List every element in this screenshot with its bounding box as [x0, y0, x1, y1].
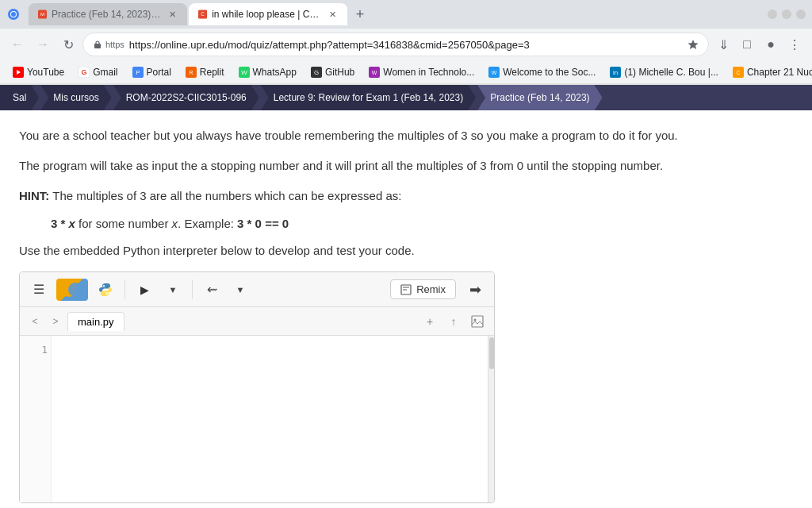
editor-scrollbar[interactable]	[488, 336, 494, 502]
hint-text-content: The multiples of 3 are all the numbers w…	[49, 189, 401, 202]
bookmarks-bar: YouTube G Gmail P Portal R Replit	[0, 60, 812, 84]
toolbar-separator-2	[192, 280, 193, 299]
course-nav-miscursos[interactable]: Mis cursos	[40, 85, 111, 110]
editor-tab-actions: + ↑	[419, 311, 488, 332]
reload-button[interactable]: ↻	[57, 33, 79, 56]
interpreter-toolbar: ☰ ▶	[20, 272, 494, 307]
svg-text:W: W	[492, 70, 497, 75]
python-icon-button[interactable]	[93, 277, 118, 302]
tab1-close-button[interactable]: ✕	[167, 8, 178, 21]
problem-paragraph1: You are a school teacher but you always …	[19, 126, 793, 145]
window-controls	[768, 10, 806, 19]
interpreter-menu-button[interactable]: ☰	[26, 277, 52, 302]
course-nav-rom[interactable]: ROM-2022S2-CIIC3015-096	[113, 85, 259, 110]
line-numbers: 1	[20, 336, 52, 502]
tab2-label: in while loop please | Chegg.co...	[212, 9, 323, 20]
course-nav-miscursos-label: Mis cursos	[53, 92, 98, 103]
python-icon	[98, 282, 113, 298]
chevron-right-icon: >	[52, 316, 58, 327]
star-icon[interactable]	[688, 39, 699, 50]
run-dropdown-button[interactable]: ▼	[160, 277, 186, 302]
add-file-button[interactable]: +	[419, 311, 440, 332]
editor-file-tab-mainpy[interactable]: main.py	[67, 312, 124, 331]
chapter-favicon-icon: C	[733, 67, 744, 78]
window-maximize-button[interactable]	[782, 10, 791, 19]
remix-label: Remix	[416, 283, 446, 295]
reload-icon: ↻	[63, 37, 74, 52]
toolbar-separator-1	[124, 280, 125, 299]
file-image-icon	[471, 315, 484, 328]
https-label: https	[105, 40, 124, 49]
bookmark-michelle[interactable]: in (1) Michelle C. Bou |...	[603, 65, 725, 79]
youtube-favicon-icon	[13, 67, 24, 78]
url-display: https://online.upr.edu/mod/quiz/attempt.…	[129, 39, 683, 51]
file-options-button[interactable]	[467, 311, 488, 332]
bookmark-replit[interactable]: R Replit	[179, 65, 231, 79]
address-bar-icons: https	[93, 40, 124, 49]
upload-file-button[interactable]: ↑	[443, 311, 464, 332]
extensions-button[interactable]: □	[736, 33, 758, 56]
problem-paragraph2: The program will take as input the a sto…	[19, 156, 793, 175]
bookmark-portal[interactable]: P Portal	[126, 65, 178, 79]
login-button[interactable]: ➡	[462, 277, 488, 302]
formula-for-some: for some number x. Example:	[75, 217, 237, 230]
bookmark-portal-label: Portal	[147, 67, 171, 78]
window-close-button[interactable]	[796, 10, 806, 19]
whatsapp-favicon-icon: W	[239, 67, 250, 78]
tab2-close-button[interactable]: ✕	[327, 8, 338, 21]
code-input[interactable]	[52, 336, 488, 502]
course-nav: Sal Mis cursos ROM-2022S2-CIIC3015-096 L…	[0, 85, 812, 110]
login-icon: ➡	[469, 281, 481, 298]
bookmark-welcome[interactable]: W Welcome to the Soc...	[482, 65, 602, 79]
back-button[interactable]: ←	[6, 33, 29, 56]
svg-rect-40	[472, 316, 483, 327]
share-icon: ⇜	[207, 282, 217, 297]
menu-icon: ⋮	[788, 37, 801, 52]
browser-tab-1[interactable]: M Practice (Feb 14, 2023) (página... ✕	[29, 3, 187, 25]
editor-next-button[interactable]: >	[47, 313, 64, 330]
upload-icon: ↑	[451, 315, 457, 328]
remix-button[interactable]: Remix	[390, 279, 456, 299]
bookmark-github[interactable]: G GitHub	[304, 65, 361, 79]
bookmark-chapter[interactable]: C Chapter 21 Nuclear ...	[726, 65, 812, 79]
gmail-favicon-icon: G	[79, 67, 90, 78]
download-icon: ⇓	[718, 37, 729, 52]
menu-button[interactable]: ⋮	[783, 33, 806, 56]
course-nav-rom-label: ROM-2022S2-CIIC3015-096	[126, 92, 247, 103]
address-bar[interactable]: https https://online.upr.edu/mod/quiz/at…	[82, 33, 709, 56]
nav-bar: ← → ↻ https https://online.upr.edu/mod/q…	[0, 29, 812, 60]
bookmark-women-tech[interactable]: W Women in Technolo...	[362, 65, 481, 79]
editor-prev-button[interactable]: <	[26, 313, 44, 330]
code-editor-area: 1	[20, 336, 494, 502]
download-button[interactable]: ⇓	[712, 33, 734, 56]
window-minimize-button[interactable]	[768, 10, 777, 19]
welcome-favicon-icon: W	[488, 67, 500, 78]
editor-tabs: < > main.py + ↑	[20, 307, 494, 336]
tab2-favicon-icon: C	[198, 9, 207, 20]
interpreter-brand-logo	[56, 279, 88, 301]
bookmark-gmail[interactable]: G Gmail	[72, 65, 124, 79]
content-area: You are a school teacher but you always …	[0, 110, 812, 508]
scroll-thumb	[489, 337, 494, 369]
profile-button[interactable]: ●	[760, 33, 782, 56]
browser-logo-icon	[7, 8, 20, 21]
share-dropdown-button[interactable]: ▼	[228, 277, 253, 302]
tab-bar: M Practice (Feb 14, 2023) (página... ✕ C…	[0, 0, 812, 29]
run-button[interactable]: ▶	[132, 277, 157, 302]
bookmark-whatsapp[interactable]: W WhatsApp	[232, 65, 303, 79]
bookmark-women-tech-label: Women in Technolo...	[383, 67, 474, 78]
toolbar-right: Remix ➡	[390, 277, 488, 302]
svg-point-34	[68, 283, 82, 297]
bookmark-youtube[interactable]: YouTube	[6, 65, 71, 79]
browser-tab-2[interactable]: C in while loop please | Chegg.co... ✕	[189, 3, 347, 25]
new-tab-button[interactable]: +	[349, 3, 371, 25]
share-button[interactable]: ⇜	[199, 277, 224, 302]
course-nav-sal[interactable]: Sal	[0, 85, 39, 110]
course-nav-lecture[interactable]: Lecture 9: Review for Exam 1 (Feb 14, 20…	[261, 85, 476, 110]
forward-button[interactable]: →	[32, 33, 54, 56]
bookmark-chapter-label: Chapter 21 Nuclear ...	[747, 67, 812, 78]
svg-text:W: W	[241, 69, 247, 76]
course-nav-sal-label: Sal	[13, 92, 26, 103]
michelle-favicon-icon: in	[610, 67, 621, 78]
course-nav-practice[interactable]: Practice (Feb 14, 2023)	[477, 85, 602, 110]
